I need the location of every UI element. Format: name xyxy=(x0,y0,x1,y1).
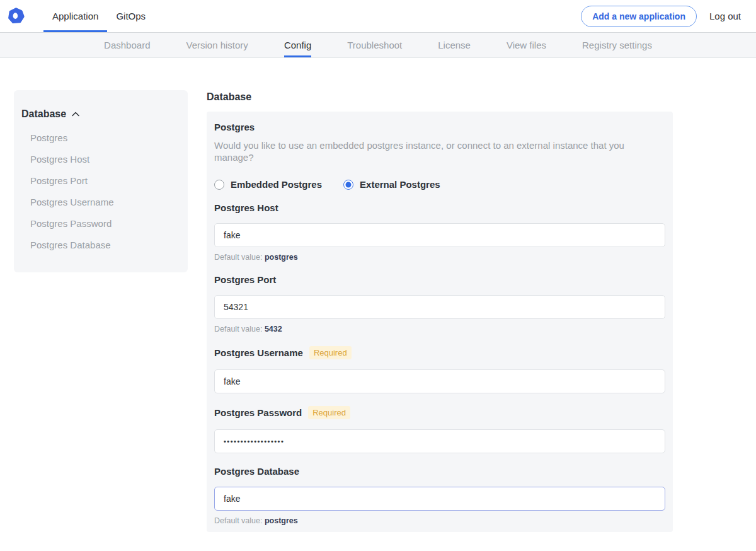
postgres-password-input[interactable] xyxy=(214,429,665,453)
default-label: Default value: xyxy=(214,253,262,262)
default-value: postgres xyxy=(265,253,298,262)
radio-checked-icon[interactable] xyxy=(343,180,353,190)
subnav-troubleshoot[interactable]: Troubleshoot xyxy=(347,33,402,57)
default-label: Default value: xyxy=(214,325,262,334)
content-area: Database Postgres Postgres Host Postgres… xyxy=(0,58,756,551)
subnav-config[interactable]: Config xyxy=(284,33,311,57)
sidebar-item-postgres-port[interactable]: Postgres Port xyxy=(21,170,180,192)
radio-external-postgres-label: External Postgres xyxy=(360,179,440,190)
postgres-database-default: Default value: postgres xyxy=(214,516,665,525)
chevron-up-icon xyxy=(72,112,79,117)
subnav-registry-settings[interactable]: Registry settings xyxy=(582,33,652,57)
radio-unchecked-icon[interactable] xyxy=(214,180,224,190)
postgres-port-default: Default value: 5432 xyxy=(214,325,665,334)
field-postgres-database: Postgres Database Default value: postgre… xyxy=(214,466,665,525)
tab-application[interactable]: Application xyxy=(43,0,107,32)
config-main: Database Postgres Would you like to use … xyxy=(207,90,673,551)
sidebar-group-label: Database xyxy=(21,108,66,120)
required-badge: Required xyxy=(309,346,352,359)
postgres-database-label: Postgres Database xyxy=(214,466,299,477)
postgres-host-default: Default value: postgres xyxy=(214,253,665,262)
postgres-username-label: Postgres Username xyxy=(214,347,303,358)
radio-embedded-postgres[interactable]: Embedded Postgres xyxy=(214,179,322,190)
radio-embedded-postgres-label: Embedded Postgres xyxy=(231,179,322,190)
top-header: Application GitOps Add a new application… xyxy=(0,0,756,33)
radio-group-help-text: Would you like to use an embedded postgr… xyxy=(214,139,665,163)
radio-external-postgres[interactable]: External Postgres xyxy=(343,179,440,190)
config-sidebar: Database Postgres Postgres Host Postgres… xyxy=(14,90,188,272)
section-title: Database xyxy=(207,91,673,103)
default-label: Default value: xyxy=(214,516,262,525)
config-group-card: Postgres Would you like to use an embedd… xyxy=(207,112,673,532)
tab-gitops[interactable]: GitOps xyxy=(107,0,154,32)
postgres-port-input[interactable] xyxy=(214,295,665,319)
default-value: postgres xyxy=(265,516,298,525)
sidebar-item-postgres-host[interactable]: Postgres Host xyxy=(21,149,180,170)
postgres-radio-group: Embedded Postgres External Postgres xyxy=(214,179,665,190)
postgres-database-input[interactable] xyxy=(214,487,665,511)
add-new-application-button[interactable]: Add a new application xyxy=(581,6,697,27)
sidebar-item-postgres-password[interactable]: Postgres Password xyxy=(21,213,180,235)
postgres-password-label: Postgres Password xyxy=(214,407,302,418)
required-badge: Required xyxy=(308,406,350,419)
field-postgres-port: Postgres Port Default value: 5432 xyxy=(214,274,665,334)
default-value: 5432 xyxy=(265,325,282,334)
sidebar-item-postgres[interactable]: Postgres xyxy=(21,127,180,149)
subnav-view-files[interactable]: View files xyxy=(507,33,546,57)
header-tabs: Application GitOps xyxy=(43,0,154,32)
subnav-dashboard[interactable]: Dashboard xyxy=(104,33,150,57)
postgres-username-input[interactable] xyxy=(214,369,665,393)
app-logo-icon[interactable] xyxy=(8,8,25,25)
sidebar-group-database[interactable]: Database xyxy=(21,108,180,120)
field-postgres-password: Postgres Password Required xyxy=(214,406,665,453)
postgres-port-label: Postgres Port xyxy=(214,274,276,285)
radio-group-label: Postgres xyxy=(214,122,665,132)
logout-link[interactable]: Log out xyxy=(709,11,741,21)
field-postgres-username: Postgres Username Required xyxy=(214,346,665,393)
postgres-host-input[interactable] xyxy=(214,223,665,247)
sidebar-list: Postgres Postgres Host Postgres Port Pos… xyxy=(21,127,180,256)
subnav-version-history[interactable]: Version history xyxy=(186,33,248,57)
sidebar-item-postgres-database[interactable]: Postgres Database xyxy=(21,235,180,256)
header-right: Add a new application Log out xyxy=(581,6,741,27)
postgres-host-label: Postgres Host xyxy=(214,202,278,213)
app-subnav: Dashboard Version history Config Trouble… xyxy=(0,33,756,58)
sidebar-item-postgres-username[interactable]: Postgres Username xyxy=(21,192,180,213)
subnav-license[interactable]: License xyxy=(438,33,471,57)
field-postgres-host: Postgres Host Default value: postgres xyxy=(214,202,665,262)
